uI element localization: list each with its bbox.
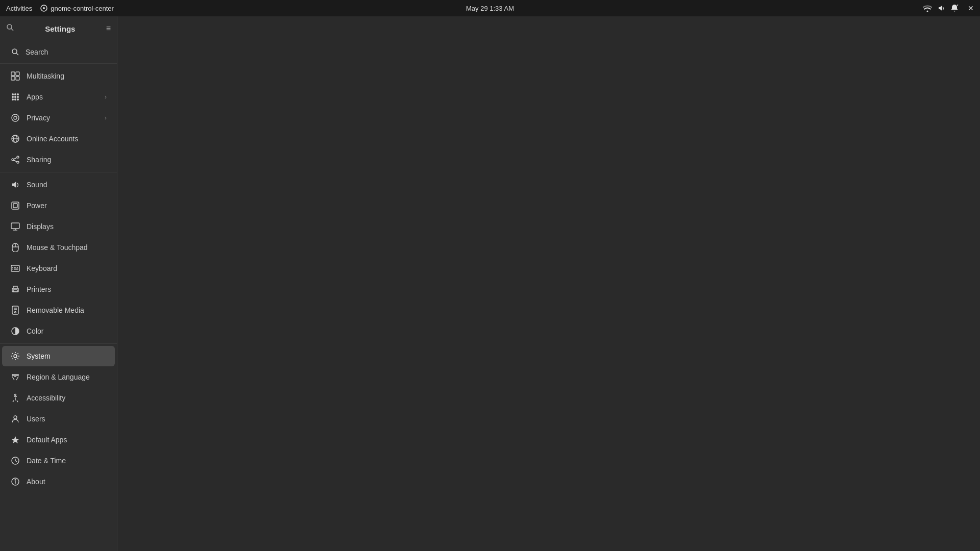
app-name: gnome-control-center: [40, 5, 114, 12]
sidebar-item-multitasking[interactable]: Multitasking: [2, 66, 115, 86]
topbar-datetime: May 29 1:33 AM: [466, 5, 514, 12]
sidebar-item-accessibility[interactable]: Accessibility: [2, 388, 115, 408]
online-accounts-icon: [10, 134, 20, 144]
svg-marker-54: [11, 436, 19, 443]
svg-point-17: [12, 98, 14, 101]
color-label: Color: [27, 327, 107, 335]
svg-rect-45: [13, 290, 17, 292]
sidebar-header: Settings ≡: [0, 16, 117, 41]
about-icon: [10, 477, 20, 487]
bell-svg: [950, 4, 959, 12]
color-icon: [10, 326, 20, 336]
svg-point-14: [12, 96, 14, 98]
system-icon: [10, 351, 20, 361]
multitasking-icon: [10, 71, 20, 81]
svg-point-25: [17, 156, 19, 158]
svg-point-21: [14, 116, 17, 119]
multitasking-label: Multitasking: [27, 72, 107, 80]
keyboard-icon: [10, 263, 20, 273]
sidebar-menu-icon[interactable]: ≡: [106, 24, 111, 33]
apps-icon: [10, 92, 20, 102]
volume-icon[interactable]: [937, 4, 945, 12]
svg-line-28: [14, 158, 17, 159]
about-label: About: [27, 478, 107, 486]
svg-rect-9: [11, 77, 15, 80]
privacy-icon: [10, 113, 20, 123]
sidebar-item-printers[interactable]: Printers: [2, 279, 115, 299]
sidebar-item-mouse-touchpad[interactable]: Mouse & Touchpad: [2, 237, 115, 258]
topbar-right: ✕: [923, 4, 974, 12]
sidebar-item-date-time[interactable]: Date & Time: [2, 450, 115, 471]
sidebar-item-displays[interactable]: Displays: [2, 216, 115, 237]
accessibility-icon: [10, 393, 20, 403]
topbar: Activities gnome-control-center May 29 1…: [0, 0, 980, 16]
svg-rect-31: [13, 204, 17, 208]
users-icon: [10, 414, 20, 424]
sidebar-item-default-apps[interactable]: Default Apps: [2, 430, 115, 450]
sidebar-item-color[interactable]: Color: [2, 321, 115, 341]
power-label: Power: [27, 202, 107, 210]
system-label: System: [27, 352, 107, 360]
sidebar-item-apps[interactable]: Apps ›: [2, 87, 115, 107]
svg-line-4: [11, 29, 13, 31]
app-icon: [40, 5, 47, 12]
mouse-touchpad-label: Mouse & Touchpad: [27, 243, 107, 252]
sharing-icon: [10, 155, 20, 165]
svg-line-57: [15, 461, 17, 462]
app-name-label: gnome-control-center: [51, 5, 114, 12]
displays-icon: [10, 221, 20, 232]
wifi-icon[interactable]: [923, 5, 932, 12]
default-apps-icon: [10, 435, 20, 445]
sidebar-item-sound[interactable]: Sound: [2, 174, 115, 195]
sidebar-item-system[interactable]: System: [2, 346, 115, 366]
sidebar-item-search[interactable]: Search: [2, 43, 115, 61]
sidebar-item-keyboard[interactable]: Keyboard: [2, 258, 115, 279]
svg-rect-37: [11, 265, 19, 271]
svg-point-1: [43, 7, 45, 9]
svg-point-13: [17, 93, 19, 95]
sidebar-item-power[interactable]: Power: [2, 195, 115, 216]
divider-2: [0, 172, 117, 172]
svg-point-49: [15, 312, 16, 313]
keyboard-label: Keyboard: [27, 264, 107, 272]
sidebar-item-removable-media[interactable]: Removable Media: [2, 300, 115, 320]
svg-line-29: [14, 160, 17, 162]
sound-icon: [10, 180, 20, 190]
svg-point-5: [12, 49, 17, 54]
svg-point-15: [14, 96, 16, 98]
default-apps-label: Default Apps: [27, 436, 107, 444]
printers-label: Printers: [27, 285, 107, 293]
content-area: [117, 16, 980, 551]
svg-point-12: [14, 93, 16, 95]
sidebar-item-region-language[interactable]: Region & Language: [2, 367, 115, 387]
sidebar-search-icon[interactable]: [6, 23, 14, 34]
svg-point-20: [12, 114, 19, 121]
search-label: Search: [26, 48, 107, 56]
date-time-icon: [10, 456, 20, 466]
removable-media-label: Removable Media: [27, 306, 107, 314]
bell-icon[interactable]: [950, 4, 959, 12]
activities-button[interactable]: Activities: [6, 5, 32, 12]
svg-rect-10: [16, 77, 19, 80]
svg-point-11: [12, 93, 14, 95]
sidebar-item-users[interactable]: Users: [2, 409, 115, 429]
svg-rect-32: [11, 223, 19, 229]
power-icon: [10, 201, 20, 211]
svg-rect-7: [11, 72, 15, 76]
search-icon: [10, 47, 20, 57]
region-language-icon: [10, 372, 20, 382]
sidebar-item-online-accounts[interactable]: Online Accounts: [2, 129, 115, 149]
sidebar-item-about[interactable]: About: [2, 471, 115, 492]
svg-rect-30: [12, 202, 19, 209]
divider-3: [0, 343, 117, 344]
svg-point-60: [15, 480, 16, 481]
svg-line-6: [16, 53, 18, 55]
main-container: Settings ≡ Search: [0, 16, 980, 551]
sidebar-item-privacy[interactable]: Privacy ›: [2, 108, 115, 128]
displays-label: Displays: [27, 222, 107, 231]
divider-1: [0, 63, 117, 64]
close-button[interactable]: ✕: [968, 4, 974, 12]
volume-svg: [937, 4, 945, 12]
sidebar-item-sharing[interactable]: Sharing: [2, 149, 115, 170]
sharing-label: Sharing: [27, 156, 107, 164]
